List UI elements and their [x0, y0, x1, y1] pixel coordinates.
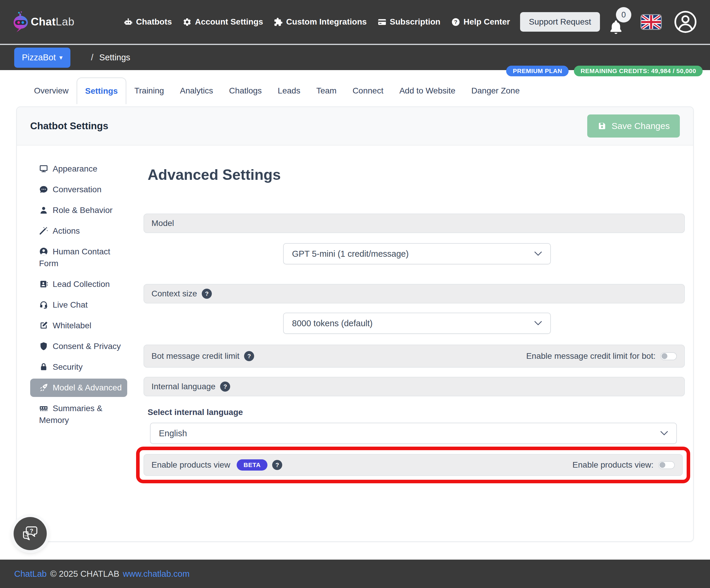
internal-language-value: English: [159, 428, 187, 438]
nav-item-account-settings[interactable]: Account Settings: [183, 17, 263, 27]
tab-settings[interactable]: Settings: [77, 77, 126, 104]
sidebar-item-conversation[interactable]: Conversation: [30, 180, 127, 199]
chevron-down-icon: [534, 321, 542, 326]
uk-flag-icon: [641, 15, 661, 29]
nav-item-label: Custom Integrations: [286, 17, 366, 27]
context-size-value: 8000 tokens (default): [292, 319, 373, 328]
tab-danger-zone[interactable]: Danger Zone: [463, 77, 527, 104]
sidebar-item-security[interactable]: Security: [30, 358, 127, 376]
nav-item-custom-integrations[interactable]: Custom Integrations: [274, 17, 366, 27]
breadcrumb-separator: /: [91, 53, 93, 63]
toggle-knob: [661, 353, 667, 359]
memory-icon: [39, 404, 53, 413]
rocket-icon: [39, 383, 53, 392]
headset-icon: [39, 300, 53, 310]
notification-count-badge: 0: [616, 7, 631, 23]
svg-text:?: ?: [30, 528, 33, 534]
nav-item-subscription[interactable]: Subscription: [377, 17, 441, 27]
caret-down-icon: ▾: [59, 54, 63, 62]
tab-analytics[interactable]: Analytics: [172, 77, 221, 104]
select-internal-language-label: Select internal language: [148, 408, 685, 417]
help-chat-widget-button[interactable]: ?: [14, 517, 47, 550]
sidebar-item-consent-privacy[interactable]: Consent & Privacy: [30, 337, 127, 356]
context-size-label: Context size: [151, 289, 197, 298]
save-changes-label: Save Changes: [612, 121, 670, 131]
advanced-settings-panel: Advanced Settings Model GPT 5-mini (1 cr…: [143, 146, 685, 483]
tab-training[interactable]: Training: [126, 77, 172, 104]
context-size-help-icon[interactable]: ?: [202, 289, 212, 299]
sidebar-item-live-chat[interactable]: Live Chat: [30, 296, 127, 314]
question-circle-icon: ?: [451, 18, 460, 27]
products-view-toggle[interactable]: [658, 461, 675, 469]
nav-item-label: Chatbots: [136, 17, 172, 27]
credit-limit-section-header: Bot message credit limit ? Enable messag…: [143, 345, 685, 368]
gear-icon: [183, 18, 192, 27]
tab-overview[interactable]: Overview: [26, 77, 77, 104]
sidebar-item-appearance[interactable]: Appearance: [30, 160, 127, 178]
tab-add-to-website[interactable]: Add to Website: [392, 77, 463, 104]
credit-limit-toggle[interactable]: [660, 352, 677, 360]
chat-bubbles-icon: ?: [21, 524, 40, 543]
sidebar-item-human-contact-form[interactable]: Human Contact Form: [30, 243, 127, 273]
internal-language-help-icon[interactable]: ?: [220, 382, 230, 392]
products-view-help-icon[interactable]: ?: [272, 460, 282, 470]
annotation-red-box: Enable products view BETA ? Enable produ…: [136, 447, 690, 483]
toggle-knob: [659, 462, 665, 468]
chatbot-settings-card: Chatbot Settings Save Changes Appearance…: [16, 106, 694, 542]
tab-connect[interactable]: Connect: [345, 77, 392, 104]
chat-bubble-icon: [39, 185, 53, 194]
sidebar-item-actions[interactable]: Actions: [30, 222, 127, 240]
bot-selector-dropdown[interactable]: PizzaBot ▾: [14, 48, 70, 68]
sidebar-item-label: Consent & Privacy: [53, 342, 121, 351]
beta-badge: BETA: [237, 459, 267, 471]
context-size-section-header: Context size ?: [143, 284, 685, 303]
sidebar-item-label: Model & Advanced: [53, 383, 122, 392]
model-select-value: GPT 5-mini (1 credit/message): [292, 249, 408, 259]
footer-site-link[interactable]: www.chatlab.com: [123, 569, 190, 579]
premium-plan-badge: PREMIUM PLAN: [506, 66, 569, 76]
nav-item-label: Account Settings: [195, 17, 263, 27]
user-avatar-icon: [674, 10, 697, 33]
sidebar-item-summaries-memory[interactable]: Summaries & Memory: [30, 399, 127, 430]
profile-avatar-button[interactable]: [674, 10, 697, 33]
model-select[interactable]: GPT 5-mini (1 credit/message): [283, 243, 551, 264]
person-circle-icon: [39, 247, 53, 256]
nav-item-chatbots[interactable]: Chatbots: [124, 17, 172, 27]
products-view-toggle-label: Enable products view:: [572, 460, 654, 470]
sidebar-item-role-behavior[interactable]: Role & Behavior: [30, 201, 127, 219]
card-body: AppearanceConversationRole & BehaviorAct…: [17, 146, 693, 483]
notifications-button[interactable]: 0: [608, 6, 631, 37]
flask-robot-logo-icon: [13, 11, 28, 33]
sidebar-item-label: Appearance: [53, 164, 97, 173]
language-flag-uk[interactable]: [641, 15, 661, 29]
chatlab-logo[interactable]: ChatLab: [13, 11, 74, 33]
pencil-square-icon: [39, 321, 53, 330]
breadcrumb-page: Settings: [99, 53, 131, 63]
context-size-select[interactable]: 8000 tokens (default): [283, 313, 551, 334]
credit-limit-help-icon[interactable]: ?: [244, 351, 254, 361]
support-request-button[interactable]: Support Request: [520, 12, 600, 32]
sidebar-item-label: Role & Behavior: [53, 205, 112, 215]
save-changes-button[interactable]: Save Changes: [587, 115, 680, 138]
internal-language-select[interactable]: English: [150, 423, 677, 444]
page-footer: ChatLab © 2025 CHATLAB www.chatlab.com: [0, 560, 710, 588]
tab-team[interactable]: Team: [308, 77, 344, 104]
nav-item-help-center[interactable]: ?Help Center: [451, 17, 510, 27]
sidebar-item-model-advanced[interactable]: Model & Advanced: [30, 378, 127, 397]
tab-chatlogs[interactable]: Chatlogs: [221, 77, 270, 104]
model-section-header: Model: [143, 214, 685, 233]
chevron-down-icon: [534, 251, 542, 256]
internal-language-section-header: Internal language ?: [143, 377, 685, 396]
sidebar-item-whitelabel[interactable]: Whitelabel: [30, 317, 127, 335]
wand-icon: [39, 226, 53, 236]
footer-brand-link[interactable]: ChatLab: [14, 569, 47, 579]
chevron-down-icon: [660, 431, 668, 436]
shield-icon: [39, 342, 53, 351]
sidebar-item-lead-collection[interactable]: Lead Collection: [30, 275, 127, 293]
products-view-section-header: Enable products view BETA ? Enable produ…: [143, 454, 683, 476]
tab-leads[interactable]: Leads: [270, 77, 308, 104]
person-icon: [39, 205, 53, 215]
save-icon: [597, 121, 607, 131]
bot-name: PizzaBot: [22, 53, 55, 63]
navbar-menu: ChatbotsAccount SettingsCustom Integrati…: [124, 17, 510, 27]
